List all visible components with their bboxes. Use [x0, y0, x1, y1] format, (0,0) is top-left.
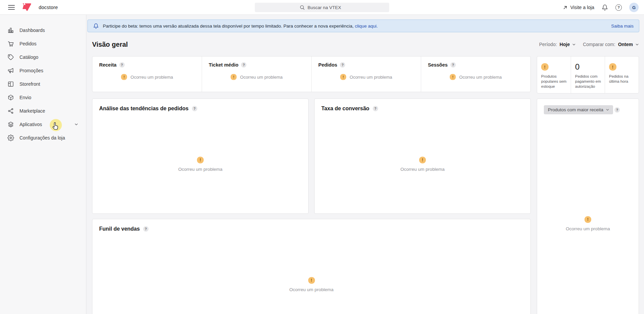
help-tooltip-icon[interactable]: ? [373, 106, 378, 111]
global-search[interactable] [255, 3, 389, 12]
sidebar-item-label: Promoções [19, 68, 43, 73]
sidebar-item-marketplace[interactable]: Marketplace [0, 104, 86, 118]
period-dropdown[interactable]: Hoje [560, 42, 576, 47]
chart-error: ! Ocorreu um problema [315, 157, 530, 172]
help-icon[interactable]: ? [615, 4, 622, 11]
metric-error: ! Ocorreu um problema [312, 74, 421, 80]
sidebar-item-label: Catálogo [19, 54, 38, 60]
chevron-down-icon [572, 42, 576, 47]
metric-title: Pedidos [318, 62, 337, 68]
sidebar-item-label: Configurações da loja [19, 135, 65, 141]
chart-title: Funil de vendas [99, 226, 140, 232]
warning-icon: ! [541, 63, 549, 71]
topbar-actions: Visite a loja ? G [563, 0, 639, 15]
conversion-rate-card: Taxa de conversão ? ! Ocorreu um problem… [314, 99, 531, 214]
vtex-admin-page: docstore Visite a loja ? G [0, 0, 644, 314]
sidebar-item-configuracoes[interactable]: Configurações da loja [0, 131, 86, 145]
banner-inline-link[interactable]: clique aqui. [355, 24, 378, 29]
megaphone-icon [7, 67, 14, 74]
metric-error: ! Ocorreu um problema [92, 74, 202, 80]
metric-title: Ticket médio [209, 62, 238, 68]
warning-icon: ! [308, 277, 315, 284]
quick-stat-produtos-sem-estoque[interactable]: ! Produtos populares sem estoque [537, 56, 571, 93]
account-name: docstore [39, 5, 58, 10]
layers-icon [7, 121, 14, 128]
sidebar-item-label: Pedidos [19, 41, 37, 46]
metric-sessoes: Sessões ? ! Ocorreu um problema [421, 56, 530, 92]
warning-icon: ! [231, 74, 237, 80]
bell-icon [93, 23, 99, 29]
shopping-cart-icon [7, 40, 14, 47]
metric-error: ! Ocorreu um problema [202, 74, 311, 80]
warning-icon: ! [419, 157, 426, 163]
storefront-layout-icon [7, 81, 14, 87]
help-tooltip-icon[interactable]: ? [143, 226, 149, 232]
help-tooltip-icon[interactable]: ? [119, 62, 125, 68]
panel-error: ! Ocorreu um problema [537, 216, 639, 231]
help-tooltip-icon[interactable]: ? [614, 107, 620, 113]
vtex-logo-icon[interactable] [22, 3, 31, 11]
chart-title: Taxa de conversão [321, 106, 369, 112]
sidebar-item-label: Envio [19, 95, 31, 100]
external-link-icon [563, 5, 568, 10]
topbar: docstore Visite a loja ? G [0, 0, 644, 15]
notifications-bell-icon[interactable] [602, 4, 608, 11]
metric-pedidos: Pedidos ? ! Ocorreu um problema [312, 56, 421, 92]
top-products-dropdown[interactable]: Produtos com maior receita [544, 105, 613, 114]
bar-chart-icon [7, 27, 14, 34]
compare-label: Comparar com: [583, 42, 615, 47]
quick-stat-pedidos-ultima-hora[interactable]: ! Pedidos na última hora [605, 56, 639, 93]
metric-ticket-medio: Ticket médio ? ! Ocorreu um problema [202, 56, 312, 92]
funnel-error: ! Ocorreu um problema [92, 277, 530, 292]
tag-icon [7, 54, 14, 61]
chevron-down-icon [605, 108, 610, 112]
metric-error: ! Ocorreu um problema [421, 74, 530, 80]
warning-icon: ! [450, 74, 456, 80]
share-network-icon [7, 108, 14, 114]
quick-stat-label: Produtos populares sem estoque [541, 74, 567, 89]
hamburger-menu-icon[interactable] [8, 5, 15, 10]
sidebar-item-envio[interactable]: Envio [0, 91, 86, 104]
warning-icon: ! [609, 63, 616, 71]
gear-icon [7, 134, 14, 141]
beta-banner: Participe do beta: temos uma versão atua… [87, 19, 639, 32]
sidebar-item-promocoes[interactable]: Promoções [0, 64, 86, 77]
banner-learn-more-link[interactable]: Saiba mais [611, 24, 634, 29]
sales-funnel-card: Funil de vendas ? ! Ocorreu um problema [92, 219, 531, 314]
help-tooltip-icon[interactable]: ? [241, 62, 246, 68]
warning-icon: ! [197, 157, 204, 163]
avatar[interactable]: G [629, 3, 639, 12]
package-cube-icon [7, 94, 14, 101]
chart-title: Análise das tendências de pedidos [99, 106, 189, 112]
visit-store-label: Visite a loja [570, 5, 594, 10]
chevron-down-icon [74, 122, 79, 127]
quick-stat-pagamento-autorizacao[interactable]: 0 Pedidos com pagamento em autorização [571, 56, 605, 93]
search-input[interactable] [308, 5, 345, 10]
sidebar-item-label: Storefront [19, 81, 40, 87]
metric-title: Sessões [428, 62, 448, 68]
sidebar-item-aplicativos[interactable]: Aplicativos [0, 118, 86, 131]
help-tooltip-icon[interactable]: ? [450, 62, 456, 68]
page-title: Visão geral [92, 41, 128, 48]
warning-icon: ! [585, 216, 591, 223]
orders-trend-card: Análise das tendências de pedidos ? ! Oc… [92, 99, 309, 214]
chart-error: ! Ocorreu um problema [92, 157, 308, 172]
sidebar-item-label: Dashboards [19, 28, 45, 33]
help-tooltip-icon[interactable]: ? [192, 106, 197, 111]
help-tooltip-icon[interactable]: ? [340, 62, 345, 68]
warning-icon: ! [340, 74, 346, 80]
sidebar-item-dashboards[interactable]: Dashboards [0, 24, 86, 37]
sidebar-item-pedidos[interactable]: Pedidos [0, 37, 86, 50]
top-products-card: Produtos com maior receita ? ! Ocorreu u… [537, 99, 639, 314]
avatar-initial: G [632, 5, 636, 10]
sidebar-item-label: Aplicativos [19, 122, 42, 127]
compare-dropdown[interactable]: Ontem [618, 42, 639, 47]
period-controls: Período: Hoje Comparar com: Ontem [539, 42, 639, 47]
visit-store-link[interactable]: Visite a loja [563, 5, 594, 10]
sidebar-item-storefront[interactable]: Storefront [0, 77, 86, 91]
chevron-down-icon [635, 42, 639, 47]
sidebar-item-catalogo[interactable]: Catálogo [0, 50, 86, 64]
quick-stat-label: Pedidos na última hora [609, 74, 635, 84]
metric-receita: Receita ? ! Ocorreu um problema [92, 56, 202, 92]
period-label: Período: [539, 42, 557, 47]
